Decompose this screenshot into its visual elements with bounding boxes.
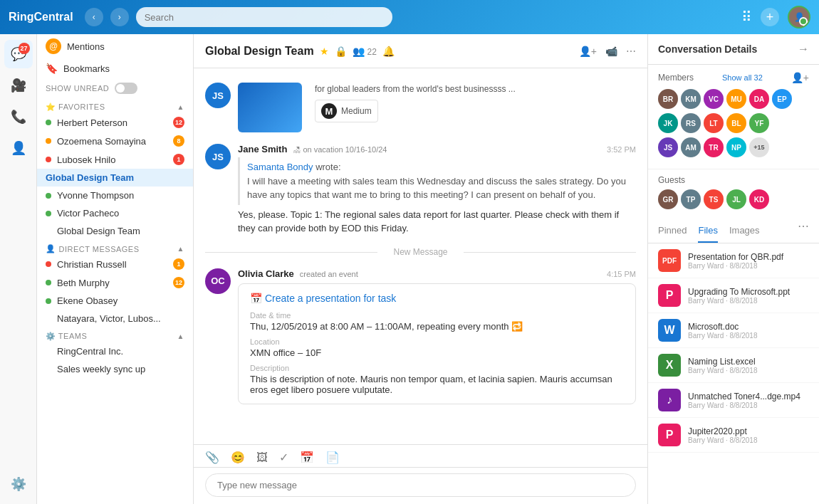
sidebar-item-christian[interactable]: Christian Russell 1 — [37, 255, 193, 273]
document-icon[interactable]: 📄 — [325, 451, 340, 464]
file-item-ppt2[interactable]: P Jupiter2020.ppt Barry Ward · 8/8/2018 — [648, 418, 819, 453]
sidebar-item-lubosek[interactable]: Lubosek Hnilo 1 — [37, 150, 193, 169]
tab-files[interactable]: Files — [698, 219, 717, 243]
mentions-label: Mentions — [67, 41, 105, 52]
task-icon[interactable]: ✓ — [279, 451, 288, 464]
teams-section-header[interactable]: ⚙️ TEAMS ▲ — [37, 327, 193, 342]
nav-back-button[interactable]: ‹ — [85, 8, 103, 26]
members-icon[interactable]: 👥 22 — [353, 46, 377, 57]
emoji-icon[interactable]: 😊 — [231, 451, 245, 464]
message-header: Olivia Clarke created an event 4:15 PM — [238, 268, 636, 279]
member-avatar[interactable]: AM — [681, 137, 701, 157]
star-icon[interactable]: ★ — [320, 46, 329, 57]
member-avatar[interactable]: VC — [704, 89, 724, 109]
medium-label: Medium — [341, 106, 372, 116]
search-input[interactable] — [136, 7, 392, 27]
apps-button[interactable]: ⠿ — [741, 9, 752, 26]
add-member-icon[interactable]: 👤+ — [579, 46, 597, 57]
sidebar-item-label: Global Design Team — [57, 226, 140, 236]
right-panel: Conversation Details → Members Show all … — [648, 34, 819, 504]
chat-title: Global Design Team — [205, 45, 314, 58]
file-item-excel[interactable]: X Naming List.excel Barry Ward · 8/8/201… — [648, 348, 819, 383]
member-avatar[interactable]: RS — [681, 113, 701, 133]
gif-icon[interactable]: 🖼 — [256, 451, 268, 464]
member-avatar[interactable]: KM — [681, 89, 701, 109]
sidebar-item-herbert[interactable]: Herbert Peterson 12 — [37, 113, 193, 132]
member-avatar[interactable]: JK — [658, 113, 678, 133]
add-member-rp-icon[interactable]: 👤+ — [791, 72, 809, 83]
member-avatar[interactable]: LT — [704, 113, 724, 133]
file-name: Naming List.excel — [688, 357, 809, 367]
tab-images[interactable]: Images — [729, 219, 760, 243]
guest-avatar[interactable]: TP — [681, 189, 701, 209]
user-avatar[interactable]: 👤 — [788, 6, 810, 28]
calendar-input-icon[interactable]: 📅 — [300, 451, 314, 464]
message-sender: Olivia Clarke — [238, 268, 294, 279]
video-call-icon[interactable]: 📹 — [605, 46, 617, 57]
member-avatar[interactable]: BR — [658, 89, 678, 109]
member-avatar[interactable]: YF — [749, 113, 769, 133]
rail-settings[interactable]: ⚙️ — [4, 470, 33, 498]
message-avatar: JS — [205, 144, 231, 169]
add-button[interactable]: + — [761, 8, 779, 26]
rp-close-icon[interactable]: → — [798, 43, 809, 56]
file-icon-ppt2: P — [658, 424, 681, 446]
member-avatar[interactable]: MU — [726, 89, 746, 109]
dm-section-header[interactable]: 👤 DIRECT MESSAGES ▲ — [37, 240, 193, 255]
file-name: Presentation for QBR.pdf — [688, 252, 809, 262]
sidebar-item-yvonne[interactable]: Yvonne Thompson — [37, 187, 193, 204]
member-avatar[interactable]: DA — [749, 89, 769, 109]
member-avatar[interactable]: JS — [658, 137, 678, 157]
member-avatar[interactable]: NP — [726, 137, 746, 157]
nav-forward-button[interactable]: › — [110, 8, 129, 26]
rail-phone[interactable]: 📞 — [4, 103, 33, 131]
sidebar-item-natayara[interactable]: Natayara, Victor, Lubos... — [37, 310, 193, 327]
guest-avatar[interactable]: KD — [749, 189, 769, 209]
rp-title: Conversation Details — [658, 43, 757, 55]
sidebar-item-ekene[interactable]: Ekene Obasey — [37, 292, 193, 310]
favorites-section-header[interactable]: ⭐ FAVORITES ▲ — [37, 98, 193, 113]
tabs-more-icon[interactable]: ⋯ — [798, 219, 809, 243]
sidebar-item-victor[interactable]: Victor Pacheco — [37, 204, 193, 222]
sidebar-mentions[interactable]: @ Mentions — [37, 34, 193, 58]
file-item-ppt1[interactable]: P Upgrading To Microsoft.ppt Barry Ward … — [648, 278, 819, 313]
file-item-media[interactable]: ♪ Unmatched Toner4...dge.mp4 Barry Ward … — [648, 383, 819, 418]
sidebar-item-label: Natayara, Victor, Lubos... — [57, 313, 161, 324]
member-avatar[interactable]: EP — [772, 89, 792, 109]
medium-badge[interactable]: M Medium — [315, 100, 378, 122]
quoted-author[interactable]: Samanta Bondy — [247, 162, 313, 172]
rail-messages[interactable]: 💬 27 — [4, 40, 33, 68]
item-badge: 1 — [173, 154, 184, 165]
more-members-badge[interactable]: +15 — [749, 137, 769, 157]
sidebar-item-sales-weekly[interactable]: Sales weekly sync up — [37, 360, 193, 378]
sidebar-item-label: RingCentral Inc. — [57, 346, 123, 357]
sidebar-item-label: Victor Pacheco — [57, 208, 119, 219]
item-badge: 1 — [173, 258, 184, 270]
member-avatar[interactable]: BL — [726, 113, 746, 133]
sidebar-bookmarks[interactable]: 🔖 Bookmarks — [37, 58, 193, 78]
lock-icon[interactable]: 🔒 — [335, 46, 347, 57]
event-title[interactable]: 📅 Create a presentation for task — [250, 293, 624, 304]
notifications-icon[interactable]: 🔔 — [382, 46, 395, 57]
guest-avatar[interactable]: GR — [658, 189, 678, 209]
show-unread-toggle[interactable] — [115, 83, 137, 94]
sidebar-item-beth[interactable]: Beth Murphy 12 — [37, 273, 193, 292]
attach-icon[interactable]: 📎 — [205, 451, 219, 464]
file-item-word[interactable]: W Microsoft.doc Barry Ward · 8/8/2018 — [648, 313, 819, 348]
file-item-pdf[interactable]: PDF Presentation for QBR.pdf Barry Ward … — [648, 243, 819, 278]
sidebar-item-ringcentral[interactable]: RingCentral Inc. — [37, 342, 193, 360]
members-avatar-grid-3: JS AM TR NP +15 — [658, 137, 809, 157]
sidebar-item-global-sub[interactable]: Global Design Team — [37, 222, 193, 240]
rp-show-all[interactable]: Show all 32 — [722, 73, 763, 82]
guest-avatar[interactable]: JL — [726, 189, 746, 209]
tab-pinned[interactable]: Pinned — [658, 219, 687, 243]
event-card: 📅 Create a presentation for task Date & … — [238, 283, 636, 404]
rail-contacts[interactable]: 👤 — [4, 134, 33, 162]
rail-video[interactable]: 🎥 — [4, 71, 33, 100]
sidebar-item-global-design-team[interactable]: Global Design Team — [37, 169, 193, 187]
member-avatar[interactable]: TR — [704, 137, 724, 157]
more-options-icon[interactable]: ⋯ — [626, 46, 636, 57]
chat-input[interactable] — [205, 473, 636, 497]
sidebar-item-ozoemena[interactable]: Ozoemena Somayina 8 — [37, 132, 193, 150]
guest-avatar[interactable]: TS — [704, 189, 724, 209]
